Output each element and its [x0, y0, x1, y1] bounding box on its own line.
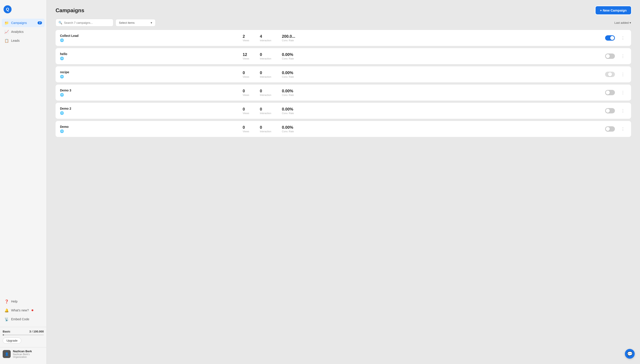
chevron-down-icon: ▾ — [151, 21, 152, 24]
interaction-stat: 0 Interaction — [260, 70, 271, 78]
conv-rate-label: Conv. Rate — [282, 57, 294, 60]
avatar: 👤 — [3, 350, 11, 358]
toggle-wrap — [604, 108, 615, 114]
sidebar-item-embed-code[interactable]: 📡 Embed Code — [2, 315, 45, 324]
campaign-name: hello — [60, 52, 239, 56]
interaction-stat: 0 Interaction — [260, 125, 271, 133]
sidebar-bottom: ❓ Help 🔔 What's new? 📡 Embed Code — [0, 297, 47, 325]
conv-rate-label: Conv. Rate — [282, 76, 294, 78]
conv-rate-stat: 0.00% Conv. Rate — [282, 52, 294, 60]
new-campaign-button[interactable]: + New Campaign — [595, 6, 631, 14]
conv-rate-value: 0.00% — [282, 52, 293, 57]
campaign-toggle[interactable] — [605, 90, 615, 95]
views-stat: 0 Views — [243, 70, 249, 78]
sidebar-item-label: Leads — [11, 39, 20, 42]
interaction-label: Interaction — [260, 112, 271, 114]
views-stat: 2 Views — [243, 34, 249, 42]
campaign-toggle[interactable] — [605, 72, 615, 77]
search-icon: 🔍 — [59, 21, 62, 24]
more-options-button[interactable]: ⋮ — [619, 71, 627, 78]
user-section: 👤 Nazlican Berk Nazlican Berk's Organiza… — [0, 347, 47, 360]
conv-rate-stat: 0.00% Conv. Rate — [282, 70, 294, 78]
search-input[interactable] — [64, 21, 110, 24]
views-label: Views — [243, 76, 249, 78]
bell-icon: 🔔 — [5, 308, 9, 312]
interaction-value: 0 — [260, 125, 262, 130]
more-options-button[interactable]: ⋮ — [619, 34, 627, 41]
chat-bubble-button[interactable]: 💬 — [625, 349, 635, 359]
sort-control[interactable]: Last added ▾ — [614, 21, 631, 24]
user-org: Nazlican Berk's Organization — [13, 353, 44, 358]
conv-rate-value: 0.00% — [282, 107, 293, 112]
logo-icon: Q — [4, 5, 12, 13]
sidebar-item-analytics[interactable]: 📈 Analytics — [2, 28, 45, 36]
views-stat: 12 Views — [243, 52, 249, 60]
plan-section: Basic 3 / 100.000 Upgrade — [0, 327, 47, 345]
views-value: 0 — [243, 107, 245, 112]
interaction-stat: 0 Interaction — [260, 52, 271, 60]
views-stat: 0 Views — [243, 125, 249, 133]
conv-rate-label: Conv. Rate — [282, 130, 294, 133]
conv-rate-label: Conv. Rate — [282, 94, 294, 96]
sidebar-item-leads[interactable]: 📋 Leads — [2, 36, 45, 45]
embed-icon: 📡 — [5, 317, 9, 322]
more-options-button[interactable]: ⋮ — [619, 126, 627, 132]
views-value: 0 — [243, 125, 245, 130]
upgrade-button[interactable]: Upgrade — [3, 338, 21, 344]
campaign-name: recipe — [60, 70, 239, 74]
campaign-toggle[interactable] — [605, 35, 615, 40]
views-label: Views — [243, 57, 249, 60]
leads-icon: 📋 — [5, 38, 9, 43]
campaign-info: Demo 🌐 — [60, 125, 239, 133]
more-options-button[interactable]: ⋮ — [619, 108, 627, 114]
sidebar-item-campaigns[interactable]: 📁 Campaigns 7 — [2, 19, 45, 27]
campaign-info: Demo 3 🌐 — [60, 88, 239, 96]
interaction-value: 4 — [260, 34, 262, 39]
sort-label-text: Last added — [614, 21, 629, 24]
page-title: Campaigns — [56, 7, 84, 14]
toggle-knob — [606, 90, 610, 94]
search-box[interactable]: 🔍 — [56, 19, 113, 26]
campaign-name: Demo 2 — [60, 107, 239, 110]
sidebar-item-whats-new[interactable]: 🔔 What's new? — [2, 306, 45, 314]
views-value: 0 — [243, 89, 245, 94]
interaction-value: 0 — [260, 70, 262, 75]
views-label: Views — [243, 112, 249, 114]
campaign-toggle[interactable] — [605, 108, 615, 114]
views-value: 0 — [243, 70, 245, 75]
sidebar-item-help[interactable]: ❓ Help — [2, 297, 45, 306]
campaign-stats: 0 Views 0 Interaction 0.00% Conv. Rate — [243, 70, 601, 78]
plan-usage: 3 / 100.000 — [29, 330, 44, 333]
main-header: Campaigns + New Campaign — [47, 0, 640, 19]
select-items-label: Select items — [119, 21, 135, 24]
toggle-wrap — [604, 90, 615, 95]
interaction-stat: 0 Interaction — [260, 107, 271, 114]
notification-dot — [32, 310, 33, 311]
interaction-label: Interaction — [260, 76, 271, 78]
conv-rate-stat: 0.00% Conv. Rate — [282, 125, 294, 133]
select-items-dropdown[interactable]: Select items ▾ — [116, 19, 155, 26]
campaign-type-icon: 🌐 — [60, 38, 64, 42]
app-logo[interactable]: Q — [0, 4, 47, 19]
conv-rate-label: Conv. Rate — [282, 39, 294, 42]
conv-rate-stat: 200.0... Conv. Rate — [282, 34, 295, 42]
toggle-wrap — [604, 35, 615, 40]
campaign-card: Collect Lead 🌐 2 Views 4 Interaction 200… — [56, 30, 631, 46]
campaign-stats: 0 Views 0 Interaction 0.00% Conv. Rate — [243, 89, 601, 96]
campaign-toggle[interactable] — [605, 126, 615, 132]
views-label: Views — [243, 94, 249, 96]
plan-progress-fill — [3, 334, 4, 335]
views-stat: 0 Views — [243, 107, 249, 114]
more-options-button[interactable]: ⋮ — [619, 53, 627, 60]
sidebar-item-label: Help — [11, 300, 18, 303]
help-icon: ❓ — [5, 299, 9, 304]
more-options-button[interactable]: ⋮ — [619, 89, 627, 96]
campaigns-list: Collect Lead 🌐 2 Views 4 Interaction 200… — [47, 30, 640, 364]
sidebar-item-label: Embed Code — [11, 318, 29, 321]
interaction-stat: 4 Interaction — [260, 34, 271, 42]
plan-name: Basic — [3, 330, 11, 333]
chat-icon: 💬 — [627, 351, 633, 356]
toggle-wrap — [604, 54, 615, 59]
campaign-toggle[interactable] — [605, 54, 615, 59]
interaction-value: 0 — [260, 89, 262, 94]
